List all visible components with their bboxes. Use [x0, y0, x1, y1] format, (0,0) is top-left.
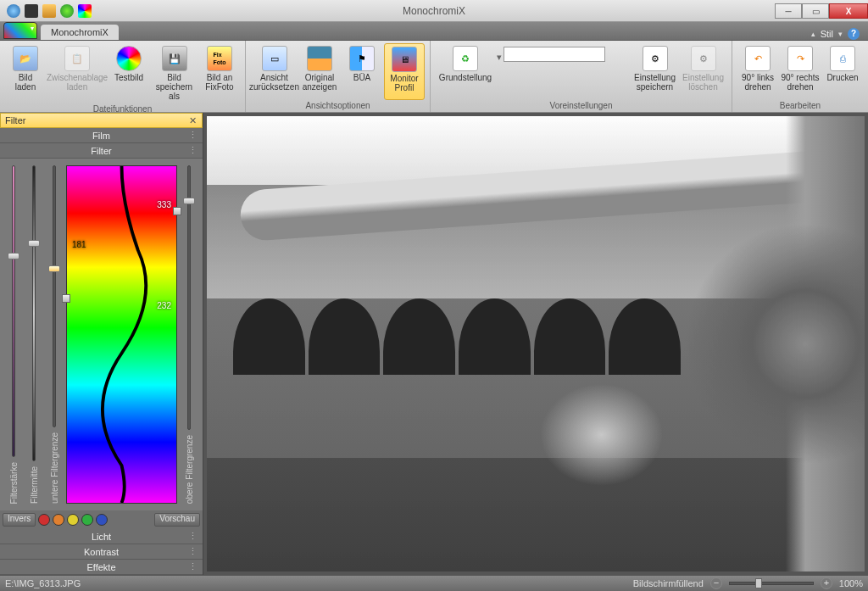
flag-icon: ⚑ [349, 46, 375, 71]
window-title: MonochromiX [403, 5, 465, 17]
section-effekte[interactable]: Effekte⋮ [0, 560, 203, 575]
swatch-orange[interactable] [53, 514, 64, 526]
rotate-right-icon: ↷ [787, 46, 813, 71]
swatch-blue[interactable] [96, 514, 108, 526]
bua-button[interactable]: ⚑ BÜA [342, 43, 382, 100]
photo-preview [207, 116, 865, 571]
gear-plus-icon: ⚙ [643, 46, 668, 71]
floppy-icon: 💾 [162, 46, 187, 71]
tab-monochromix[interactable]: MonochromiX [41, 25, 119, 40]
page-icon: ▭ [262, 46, 287, 71]
status-zoom-value: 100% [839, 578, 863, 588]
slider-filtermitte[interactable]: Filtermitte [25, 165, 42, 504]
zoom-slider[interactable] [729, 582, 814, 585]
swatch-red[interactable] [38, 514, 50, 526]
spectrum-value-2: 181 [72, 240, 86, 249]
gear-minus-icon: ⚙ [691, 46, 716, 71]
section-licht[interactable]: Licht⋮ [0, 529, 203, 544]
load-image-button[interactable]: 📂 Bild laden [5, 43, 46, 103]
status-filepath: E:\IMG_6313.JPG [5, 578, 81, 588]
save-as-button[interactable]: 💾 Bild speichern als [151, 43, 198, 103]
section-film[interactable]: Film⋮ [0, 128, 203, 143]
group-bearbeiten: Bearbeiten [737, 100, 863, 112]
filter-spectrum[interactable]: 333 181 232 [66, 165, 177, 504]
rotate-left-button[interactable]: ↶ 90° links drehen [737, 43, 778, 100]
preset-combo[interactable] [504, 47, 605, 62]
delete-preset-button[interactable]: ⚙ Einstellung löschen [680, 43, 726, 100]
spectrum-value-1: 333 [157, 200, 171, 209]
invers-button[interactable]: Invers [3, 513, 36, 527]
qat-color-icon[interactable] [78, 4, 92, 18]
image-canvas[interactable] [203, 113, 868, 575]
status-fit-mode[interactable]: Bildschirmfüllend [633, 578, 704, 588]
minimize-button[interactable]: ─ [775, 3, 802, 19]
filter-panel-header[interactable]: Filter ✕ [0, 113, 203, 128]
section-kontrast[interactable]: Kontrast⋮ [0, 544, 203, 560]
title-bar: ▾ MonochromiX ─ ▭ X [0, 0, 868, 22]
zoom-out-button[interactable]: − [710, 577, 722, 589]
qat-open-icon[interactable] [42, 4, 56, 18]
clipboard-icon: 📋 [64, 46, 90, 71]
palette-row: Invers Vorschau [0, 510, 203, 529]
default-settings-button[interactable]: ♻ Grundstellung [436, 43, 495, 100]
color-wheel-icon [116, 46, 142, 71]
show-original-button[interactable]: Original anzeigen [299, 43, 340, 100]
style-menu[interactable]: Stil [821, 29, 833, 39]
ribbon: 📂 Bild laden 📋 Zwischenablage laden Test… [0, 41, 868, 113]
preset-dropdown-icon[interactable]: ▾ [497, 52, 502, 63]
reset-view-button[interactable]: ▭ Ansicht zurücksetzen [251, 43, 298, 100]
filter-sidebar: Filter ✕ Film⋮ Filter⋮ Filterstärke Filt… [0, 113, 203, 575]
section-filter[interactable]: Filter⋮ [0, 143, 203, 159]
slider-untere-grenze[interactable]: untere Filtergrenze [46, 165, 63, 504]
help-icon[interactable]: ? [848, 28, 860, 40]
status-bar: E:\IMG_6313.JPG Bildschirmfüllend − + 10… [0, 575, 868, 591]
rotate-right-button[interactable]: ↷ 90° rechts drehen [780, 43, 821, 100]
rotate-left-icon: ↶ [745, 46, 771, 71]
maximize-button[interactable]: ▭ [802, 3, 829, 19]
spectrum-value-3: 232 [157, 301, 171, 310]
spectrum-upper-handle[interactable] [173, 207, 181, 215]
fixfoto-button[interactable]: FixFoto Bild an FixFoto [199, 43, 240, 103]
save-preset-button[interactable]: ⚙ Einstellung speichern [632, 43, 678, 100]
slider-filterstaerke[interactable]: Filterstärke [5, 165, 22, 504]
preview-button[interactable]: Vorschau [154, 513, 200, 527]
monitor-profile-button[interactable]: 🖥 Monitor Profil [384, 43, 425, 100]
folder-open-icon: 📂 [13, 46, 38, 71]
swatch-yellow[interactable] [67, 514, 79, 526]
swatch-green[interactable] [81, 514, 93, 526]
recycle-icon: ♻ [453, 46, 478, 71]
close-button[interactable]: X [829, 3, 868, 19]
clipboard-load-button[interactable]: 📋 Zwischenablage laden [47, 43, 107, 103]
qat-refresh-icon[interactable] [60, 4, 74, 18]
test-image-button[interactable]: Testbild [108, 43, 149, 103]
panel-close-icon[interactable]: ✕ [187, 115, 198, 126]
qat-more-icon[interactable]: ▾ [96, 4, 100, 18]
sunrise-icon [307, 46, 332, 71]
qat-globe-icon[interactable] [7, 4, 20, 18]
group-ansichtsoptionen: Ansichtsoptionen [251, 100, 425, 112]
ribbon-collapse-icon[interactable]: ▴ [811, 30, 815, 38]
tab-strip: MonochromiX ▴ Stil ▾ ? [0, 22, 868, 41]
group-voreinstellungen: Voreinstellungen [436, 100, 726, 112]
print-button[interactable]: ⎙ Drucken [822, 43, 863, 100]
monitor-icon: 🖥 [392, 47, 417, 72]
fixfoto-icon: FixFoto [207, 46, 232, 71]
zoom-in-button[interactable]: + [821, 577, 832, 589]
qat-save-icon[interactable] [25, 4, 38, 18]
printer-icon: ⎙ [830, 46, 855, 71]
slider-obere-grenze[interactable]: obere Filtergrenze [181, 165, 198, 504]
app-menu-button[interactable] [3, 22, 37, 39]
spectrum-lower-handle[interactable] [62, 294, 70, 303]
style-chevron-icon[interactable]: ▾ [838, 30, 843, 38]
